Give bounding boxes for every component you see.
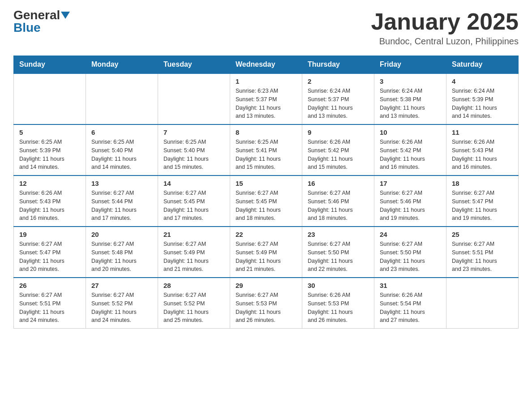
table-row: 5Sunrise: 6:25 AMSunset: 5:39 PMDaylight… (14, 124, 86, 176)
day-number: 6 (91, 128, 152, 136)
location-title: Bundoc, Central Luzon, Philippines (371, 36, 519, 47)
table-row: 17Sunrise: 6:27 AMSunset: 5:46 PMDayligh… (374, 176, 446, 227)
day-number: 1 (236, 77, 296, 85)
day-number: 31 (380, 282, 441, 289)
day-number: 25 (452, 231, 513, 238)
day-info: Sunrise: 6:26 AMSunset: 5:54 PMDaylight:… (380, 291, 441, 325)
day-number: 13 (91, 180, 152, 187)
day-number: 15 (236, 180, 296, 187)
table-row: 6Sunrise: 6:25 AMSunset: 5:40 PMDaylight… (86, 124, 158, 176)
table-row: 7Sunrise: 6:25 AMSunset: 5:40 PMDaylight… (158, 124, 230, 176)
day-number: 17 (380, 180, 441, 187)
day-number: 26 (19, 282, 80, 289)
logo-triangle-icon (61, 12, 70, 19)
calendar-week-row: 26Sunrise: 6:27 AMSunset: 5:51 PMDayligh… (14, 278, 519, 329)
day-info: Sunrise: 6:27 AMSunset: 5:52 PMDaylight:… (163, 291, 224, 325)
day-info: Sunrise: 6:27 AMSunset: 5:52 PMDaylight:… (91, 291, 152, 325)
table-row: 8Sunrise: 6:25 AMSunset: 5:41 PMDaylight… (230, 124, 302, 176)
day-info: Sunrise: 6:27 AMSunset: 5:44 PMDaylight:… (91, 189, 152, 223)
day-info: Sunrise: 6:24 AMSunset: 5:37 PMDaylight:… (308, 87, 369, 120)
month-title: January 2025 (371, 9, 519, 34)
day-of-week-header: Tuesday (158, 56, 230, 74)
logo-blue-text: Blue (13, 21, 41, 34)
day-of-week-header: Friday (374, 56, 446, 74)
table-row (446, 278, 519, 329)
day-info: Sunrise: 6:26 AMSunset: 5:42 PMDaylight:… (308, 138, 369, 171)
day-info: Sunrise: 6:27 AMSunset: 5:51 PMDaylight:… (19, 291, 80, 325)
day-number: 8 (236, 128, 296, 136)
day-info: Sunrise: 6:27 AMSunset: 5:50 PMDaylight:… (308, 240, 369, 274)
day-info: Sunrise: 6:27 AMSunset: 5:53 PMDaylight:… (236, 291, 296, 325)
calendar-week-row: 12Sunrise: 6:26 AMSunset: 5:43 PMDayligh… (14, 176, 519, 227)
day-number: 30 (308, 282, 369, 289)
day-info: Sunrise: 6:27 AMSunset: 5:49 PMDaylight:… (236, 240, 296, 274)
day-info: Sunrise: 6:27 AMSunset: 5:48 PMDaylight:… (91, 240, 152, 274)
table-row: 4Sunrise: 6:24 AMSunset: 5:39 PMDaylight… (446, 73, 519, 124)
day-info: Sunrise: 6:24 AMSunset: 5:38 PMDaylight:… (380, 87, 441, 120)
page-header: General Blue January 2025 Bundoc, Centra… (13, 9, 519, 47)
day-number: 22 (236, 231, 296, 238)
day-number: 18 (452, 180, 513, 187)
calendar-week-row: 5Sunrise: 6:25 AMSunset: 5:39 PMDaylight… (14, 124, 519, 176)
table-row: 10Sunrise: 6:26 AMSunset: 5:42 PMDayligh… (374, 124, 446, 176)
day-info: Sunrise: 6:25 AMSunset: 5:39 PMDaylight:… (19, 138, 80, 171)
calendar-week-row: 19Sunrise: 6:27 AMSunset: 5:47 PMDayligh… (14, 227, 519, 278)
days-header-row: SundayMondayTuesdayWednesdayThursdayFrid… (14, 56, 519, 74)
table-row: 26Sunrise: 6:27 AMSunset: 5:51 PMDayligh… (14, 278, 86, 329)
table-row: 22Sunrise: 6:27 AMSunset: 5:49 PMDayligh… (230, 227, 302, 278)
table-row (86, 73, 158, 124)
table-row: 21Sunrise: 6:27 AMSunset: 5:49 PMDayligh… (158, 227, 230, 278)
table-row: 9Sunrise: 6:26 AMSunset: 5:42 PMDaylight… (302, 124, 374, 176)
day-info: Sunrise: 6:27 AMSunset: 5:46 PMDaylight:… (308, 189, 369, 223)
day-number: 29 (236, 282, 296, 289)
table-row: 19Sunrise: 6:27 AMSunset: 5:47 PMDayligh… (14, 227, 86, 278)
day-number: 20 (91, 231, 152, 238)
table-row: 23Sunrise: 6:27 AMSunset: 5:50 PMDayligh… (302, 227, 374, 278)
day-of-week-header: Thursday (302, 56, 374, 74)
logo-general-text: General (13, 9, 60, 21)
table-row: 25Sunrise: 6:27 AMSunset: 5:51 PMDayligh… (446, 227, 519, 278)
day-info: Sunrise: 6:26 AMSunset: 5:43 PMDaylight:… (452, 138, 513, 171)
title-section: January 2025 Bundoc, Central Luzon, Phil… (371, 9, 519, 47)
table-row: 31Sunrise: 6:26 AMSunset: 5:54 PMDayligh… (374, 278, 446, 329)
day-info: Sunrise: 6:27 AMSunset: 5:47 PMDaylight:… (19, 240, 80, 274)
day-info: Sunrise: 6:26 AMSunset: 5:53 PMDaylight:… (308, 291, 369, 325)
table-row: 15Sunrise: 6:27 AMSunset: 5:45 PMDayligh… (230, 176, 302, 227)
day-info: Sunrise: 6:23 AMSunset: 5:37 PMDaylight:… (236, 87, 296, 120)
table-row (158, 73, 230, 124)
day-number: 14 (163, 180, 224, 187)
day-info: Sunrise: 6:25 AMSunset: 5:40 PMDaylight:… (163, 138, 224, 171)
day-info: Sunrise: 6:25 AMSunset: 5:41 PMDaylight:… (236, 138, 296, 171)
day-number: 2 (308, 77, 369, 85)
day-number: 23 (308, 231, 369, 238)
day-number: 27 (91, 282, 152, 289)
day-number: 4 (452, 77, 513, 85)
calendar-week-row: 1Sunrise: 6:23 AMSunset: 5:37 PMDaylight… (14, 73, 519, 124)
table-row: 3Sunrise: 6:24 AMSunset: 5:38 PMDaylight… (374, 73, 446, 124)
day-of-week-header: Wednesday (230, 56, 302, 74)
day-of-week-header: Monday (86, 56, 158, 74)
day-number: 19 (19, 231, 80, 238)
day-number: 12 (19, 180, 80, 187)
day-number: 16 (308, 180, 369, 187)
day-info: Sunrise: 6:27 AMSunset: 5:45 PMDaylight:… (163, 189, 224, 223)
day-info: Sunrise: 6:27 AMSunset: 5:47 PMDaylight:… (452, 189, 513, 223)
table-row: 14Sunrise: 6:27 AMSunset: 5:45 PMDayligh… (158, 176, 230, 227)
day-info: Sunrise: 6:25 AMSunset: 5:40 PMDaylight:… (91, 138, 152, 171)
day-number: 5 (19, 128, 80, 136)
table-row: 20Sunrise: 6:27 AMSunset: 5:48 PMDayligh… (86, 227, 158, 278)
day-info: Sunrise: 6:24 AMSunset: 5:39 PMDaylight:… (452, 87, 513, 120)
table-row: 29Sunrise: 6:27 AMSunset: 5:53 PMDayligh… (230, 278, 302, 329)
day-info: Sunrise: 6:27 AMSunset: 5:45 PMDaylight:… (236, 189, 296, 223)
table-row: 28Sunrise: 6:27 AMSunset: 5:52 PMDayligh… (158, 278, 230, 329)
table-row: 13Sunrise: 6:27 AMSunset: 5:44 PMDayligh… (86, 176, 158, 227)
table-row: 16Sunrise: 6:27 AMSunset: 5:46 PMDayligh… (302, 176, 374, 227)
table-row: 11Sunrise: 6:26 AMSunset: 5:43 PMDayligh… (446, 124, 519, 176)
table-row: 1Sunrise: 6:23 AMSunset: 5:37 PMDaylight… (230, 73, 302, 124)
table-row (14, 73, 86, 124)
day-number: 9 (308, 128, 369, 136)
day-number: 10 (380, 128, 441, 136)
table-row: 27Sunrise: 6:27 AMSunset: 5:52 PMDayligh… (86, 278, 158, 329)
calendar-table: SundayMondayTuesdayWednesdayThursdayFrid… (13, 56, 519, 329)
table-row: 30Sunrise: 6:26 AMSunset: 5:53 PMDayligh… (302, 278, 374, 329)
